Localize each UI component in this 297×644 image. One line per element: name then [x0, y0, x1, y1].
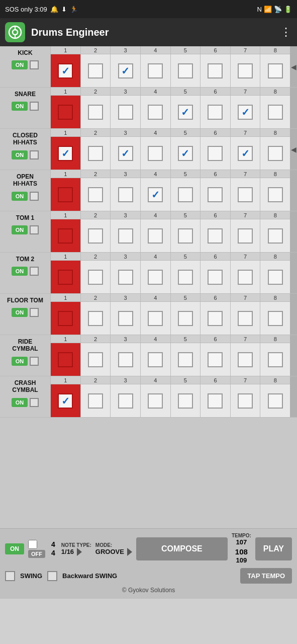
- drum-on-btn-4[interactable]: ON: [12, 225, 28, 234]
- step-box-8-2[interactable]: [118, 393, 133, 409]
- drum-on-btn-3[interactable]: ON: [12, 192, 28, 201]
- drum-mute-chk-4[interactable]: [30, 225, 39, 234]
- step-box-5-4[interactable]: [178, 270, 193, 285]
- drum-mute-chk-7[interactable]: [30, 357, 39, 366]
- drum-mute-chk-0[interactable]: [30, 60, 39, 69]
- drum-mute-chk-1[interactable]: [30, 102, 39, 111]
- step-box-2-3[interactable]: [148, 146, 163, 161]
- note-type-arrow[interactable]: [77, 548, 82, 556]
- step-box-6-3[interactable]: [148, 311, 163, 326]
- step-box-0-1[interactable]: [88, 63, 103, 78]
- drum-on-btn-0[interactable]: ON: [12, 60, 28, 69]
- step-box-1-5[interactable]: [208, 105, 223, 120]
- step-box-0-2[interactable]: [118, 63, 133, 78]
- step-box-2-4[interactable]: [178, 146, 193, 161]
- drum-on-btn-6[interactable]: ON: [12, 308, 28, 317]
- step-box-3-5[interactable]: [208, 187, 223, 202]
- scroll-arrow-0[interactable]: ◀: [291, 63, 296, 71]
- step-box-1-1[interactable]: [88, 105, 103, 120]
- step-box-4-2[interactable]: [118, 228, 133, 244]
- step-box-1-3[interactable]: [148, 105, 163, 120]
- step-box-6-4[interactable]: [178, 311, 193, 326]
- step-box-1-2[interactable]: [118, 105, 133, 120]
- step-box-2-6[interactable]: [238, 146, 253, 161]
- step-box-7-1[interactable]: [88, 352, 103, 367]
- step-box-5-1[interactable]: [88, 270, 103, 285]
- step-box-1-4[interactable]: [178, 105, 193, 120]
- step-box-4-1[interactable]: [88, 228, 103, 244]
- step-box-7-3[interactable]: [148, 352, 163, 367]
- step-box-8-1[interactable]: [88, 393, 103, 409]
- step-box-6-2[interactable]: [118, 311, 133, 326]
- step-box-7-5[interactable]: [208, 352, 223, 367]
- tap-tempo-button[interactable]: TAP TEMPO: [240, 568, 292, 584]
- step-box-4-5[interactable]: [208, 228, 223, 244]
- step-box-6-1[interactable]: [88, 311, 103, 326]
- step-box-3-0[interactable]: [58, 187, 73, 202]
- drum-on-btn-2[interactable]: ON: [12, 150, 28, 159]
- step-box-4-0[interactable]: [58, 228, 73, 244]
- step-box-8-0[interactable]: [58, 393, 73, 409]
- step-box-0-0[interactable]: [58, 63, 73, 78]
- scroll-arrow-2[interactable]: ◀: [291, 145, 296, 153]
- step-box-6-5[interactable]: [208, 311, 223, 326]
- step-box-6-7[interactable]: [268, 311, 283, 326]
- play-button[interactable]: PLAY: [255, 537, 292, 560]
- step-box-3-7[interactable]: [268, 187, 283, 202]
- step-box-5-7[interactable]: [268, 270, 283, 285]
- drum-mute-chk-3[interactable]: [30, 192, 39, 201]
- step-box-7-4[interactable]: [178, 352, 193, 367]
- step-box-1-7[interactable]: [268, 105, 283, 120]
- step-box-8-6[interactable]: [238, 393, 253, 409]
- step-box-0-6[interactable]: [238, 63, 253, 78]
- on-checkbox[interactable]: [28, 540, 37, 549]
- step-box-2-5[interactable]: [208, 146, 223, 161]
- step-box-0-3[interactable]: [148, 63, 163, 78]
- step-box-7-6[interactable]: [238, 352, 253, 367]
- step-box-3-1[interactable]: [88, 187, 103, 202]
- drum-on-btn-1[interactable]: ON: [12, 102, 28, 111]
- step-box-8-3[interactable]: [148, 393, 163, 409]
- step-box-0-5[interactable]: [208, 63, 223, 78]
- drum-on-btn-8[interactable]: ON: [12, 398, 28, 407]
- scroll-indicator-2[interactable]: ◀: [290, 129, 297, 170]
- step-box-2-2[interactable]: [118, 146, 133, 161]
- step-box-4-7[interactable]: [268, 228, 283, 244]
- backward-swing-checkbox[interactable]: [47, 571, 57, 581]
- step-box-8-7[interactable]: [268, 393, 283, 409]
- step-box-5-2[interactable]: [118, 270, 133, 285]
- step-box-1-6[interactable]: [238, 105, 253, 120]
- compose-button[interactable]: COMPOSE: [136, 537, 228, 560]
- step-box-4-6[interactable]: [238, 228, 253, 244]
- drum-on-btn-7[interactable]: ON: [12, 357, 28, 366]
- step-box-2-7[interactable]: [268, 146, 283, 161]
- swing-checkbox[interactable]: [5, 571, 15, 581]
- step-box-5-6[interactable]: [238, 270, 253, 285]
- step-box-8-4[interactable]: [178, 393, 193, 409]
- step-box-1-0[interactable]: [58, 105, 73, 120]
- step-box-5-0[interactable]: [58, 270, 73, 285]
- step-box-6-0[interactable]: [58, 311, 73, 326]
- drum-on-btn-5[interactable]: ON: [12, 267, 28, 276]
- step-box-3-6[interactable]: [238, 187, 253, 202]
- step-box-3-3[interactable]: [148, 187, 163, 202]
- step-box-5-5[interactable]: [208, 270, 223, 285]
- menu-icon[interactable]: ⋮: [280, 26, 292, 39]
- step-box-0-7[interactable]: [268, 63, 283, 78]
- step-box-7-2[interactable]: [118, 352, 133, 367]
- step-box-2-1[interactable]: [88, 146, 103, 161]
- step-box-3-2[interactable]: [118, 187, 133, 202]
- step-box-7-7[interactable]: [268, 352, 283, 367]
- on-button[interactable]: ON: [5, 543, 24, 554]
- step-box-6-6[interactable]: [238, 311, 253, 326]
- step-box-0-4[interactable]: [178, 63, 193, 78]
- step-box-4-3[interactable]: [148, 228, 163, 244]
- drum-mute-chk-5[interactable]: [30, 267, 39, 276]
- mode-arrow[interactable]: [127, 548, 132, 556]
- scroll-indicator-0[interactable]: ◀: [290, 46, 297, 87]
- drum-mute-chk-8[interactable]: [30, 398, 39, 407]
- drum-mute-chk-2[interactable]: [30, 150, 39, 159]
- off-button[interactable]: OFF: [28, 550, 45, 558]
- step-box-4-4[interactable]: [178, 228, 193, 244]
- step-box-5-3[interactable]: [148, 270, 163, 285]
